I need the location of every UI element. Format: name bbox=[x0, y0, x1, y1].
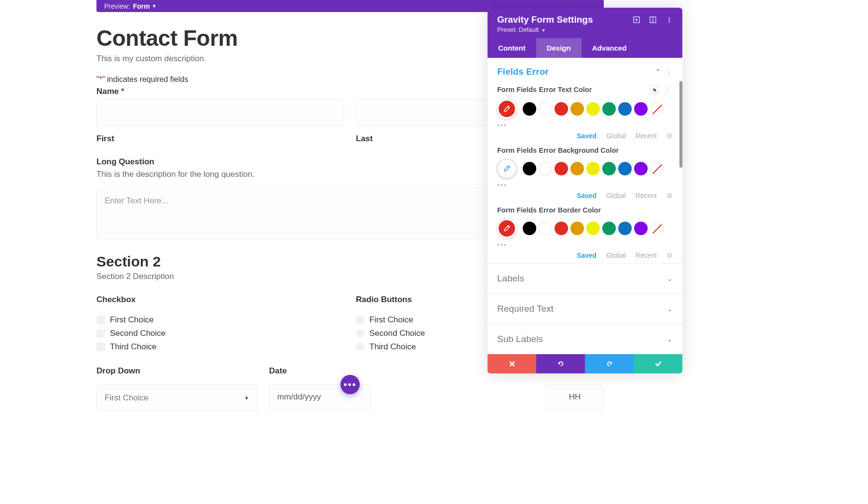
color-swatch-orange[interactable] bbox=[570, 102, 584, 116]
snap-icon[interactable] bbox=[633, 16, 640, 23]
undo-button[interactable] bbox=[536, 354, 585, 373]
checkbox-item[interactable]: Third Choice bbox=[96, 342, 344, 352]
checkbox-item[interactable]: First Choice bbox=[96, 315, 344, 325]
color-swatch-green[interactable] bbox=[602, 162, 616, 175]
redo-button[interactable] bbox=[585, 354, 634, 373]
checkbox-icon[interactable] bbox=[96, 316, 105, 324]
color-swatch-black[interactable] bbox=[523, 162, 536, 175]
palette-tab-global[interactable]: Global bbox=[606, 252, 625, 259]
panel-header: Gravity Form Settings Preset: Default ▼ bbox=[488, 8, 682, 38]
preview-value: Form bbox=[133, 2, 150, 10]
more-swatches-icon[interactable]: ••• bbox=[497, 121, 673, 129]
preview-label: Preview: bbox=[104, 2, 130, 10]
tab-content[interactable]: Content bbox=[488, 38, 536, 58]
color-swatch-blue[interactable] bbox=[618, 102, 632, 116]
first-name-input[interactable] bbox=[96, 99, 344, 126]
color-swatch-red[interactable] bbox=[555, 102, 568, 116]
cancel-button[interactable] bbox=[488, 354, 536, 373]
svg-point-4 bbox=[669, 17, 670, 19]
color-swatch-white[interactable] bbox=[539, 102, 552, 116]
checkbox-icon[interactable] bbox=[96, 329, 105, 338]
kebab-icon[interactable] bbox=[666, 16, 673, 23]
color-swatch-green[interactable] bbox=[602, 102, 616, 116]
group-fields-error[interactable]: Fields Error ⌃ ⋮ bbox=[488, 58, 682, 82]
radio-icon[interactable] bbox=[356, 343, 365, 351]
preset-dropdown[interactable]: Preset: Default ▼ bbox=[497, 26, 673, 33]
gear-icon[interactable]: ⚙ bbox=[666, 132, 673, 140]
time-input[interactable]: HH bbox=[546, 385, 604, 410]
color-picker-button[interactable] bbox=[497, 219, 516, 238]
palette-tab-global[interactable]: Global bbox=[606, 132, 625, 140]
more-swatches-icon[interactable]: ••• bbox=[497, 241, 673, 249]
svg-point-1 bbox=[636, 19, 637, 21]
gear-icon[interactable]: ⚙ bbox=[666, 192, 673, 199]
radio-icon[interactable] bbox=[356, 316, 365, 324]
accordion-required-text[interactable]: Required Text ⌄ bbox=[488, 293, 682, 324]
accordion-labels[interactable]: Labels ⌄ bbox=[488, 263, 682, 293]
scrollbar-thumb[interactable] bbox=[679, 81, 682, 168]
color-setting-bg: Form Fields Error Background Color bbox=[488, 144, 682, 203]
color-swatch-green[interactable] bbox=[602, 222, 616, 235]
hover-toggle-icon[interactable] bbox=[651, 85, 659, 94]
color-label: Form Fields Error Text Color bbox=[497, 86, 651, 93]
color-swatch-black[interactable] bbox=[523, 102, 536, 116]
color-swatch-yellow[interactable] bbox=[586, 162, 600, 175]
chevron-down-icon: ⌄ bbox=[667, 275, 673, 282]
color-swatch-blue[interactable] bbox=[618, 162, 632, 175]
palette-tab-saved[interactable]: Saved bbox=[577, 132, 597, 140]
tab-advanced[interactable]: Advanced bbox=[582, 38, 637, 58]
palette-tab-saved[interactable]: Saved bbox=[577, 192, 597, 199]
color-swatch-red[interactable] bbox=[555, 162, 568, 175]
color-label: Form Fields Error Border Color bbox=[497, 206, 673, 214]
dropdown-label: Drop Down bbox=[96, 366, 258, 376]
panel-body: Fields Error ⌃ ⋮ Form Fields Error Text … bbox=[488, 58, 682, 354]
checkbox-icon[interactable] bbox=[96, 343, 105, 351]
color-picker-button[interactable] bbox=[497, 159, 516, 178]
accordion-sub-labels[interactable]: Sub Labels ⌄ bbox=[488, 324, 682, 354]
color-swatch-purple[interactable] bbox=[634, 162, 648, 175]
radio-icon[interactable] bbox=[356, 329, 365, 338]
color-swatch-blue[interactable] bbox=[618, 222, 632, 235]
asterisk-icon: * bbox=[121, 87, 124, 96]
color-swatch-purple[interactable] bbox=[634, 222, 648, 235]
color-swatch-orange[interactable] bbox=[570, 222, 584, 235]
palette-tab-saved[interactable]: Saved bbox=[577, 252, 597, 259]
color-label: Form Fields Error Background Color bbox=[497, 146, 673, 154]
color-swatch-black[interactable] bbox=[523, 222, 536, 235]
color-picker-button[interactable] bbox=[497, 99, 516, 119]
svg-point-6 bbox=[669, 21, 670, 23]
color-swatch-yellow[interactable] bbox=[586, 102, 600, 116]
color-swatch-transparent[interactable] bbox=[650, 162, 664, 175]
date-label: Date bbox=[269, 366, 370, 376]
color-swatch-orange[interactable] bbox=[570, 162, 584, 175]
kebab-icon[interactable]: ⋮ bbox=[665, 67, 673, 77]
palette-tab-recent[interactable]: Recent bbox=[636, 192, 657, 199]
chevron-down-icon: ⌄ bbox=[667, 305, 673, 313]
first-sublabel: First bbox=[96, 134, 344, 144]
more-options-fab[interactable]: ••• bbox=[340, 375, 360, 394]
gear-icon[interactable]: ⚙ bbox=[666, 252, 673, 259]
chevron-up-icon[interactable]: ⌃ bbox=[655, 67, 661, 77]
kebab-icon[interactable]: ⋮ bbox=[662, 85, 673, 94]
checkbox-item[interactable]: Second Choice bbox=[96, 329, 344, 338]
color-swatch-white[interactable] bbox=[539, 162, 552, 175]
tab-design[interactable]: Design bbox=[536, 38, 582, 58]
settings-panel: Gravity Form Settings Preset: Default ▼ … bbox=[488, 8, 682, 373]
dropdown-select[interactable]: First Choice ▼ bbox=[96, 385, 258, 411]
color-swatch-white[interactable] bbox=[539, 222, 552, 235]
palette-tab-global[interactable]: Global bbox=[606, 192, 625, 199]
save-button[interactable] bbox=[634, 354, 682, 373]
color-swatch-transparent[interactable] bbox=[650, 102, 664, 116]
panel-footer bbox=[488, 354, 682, 373]
ellipsis-icon: ••• bbox=[343, 379, 356, 390]
color-swatch-purple[interactable] bbox=[634, 102, 648, 116]
palette-tab-recent[interactable]: Recent bbox=[636, 132, 657, 140]
color-swatch-transparent[interactable] bbox=[650, 222, 664, 235]
palette-tab-recent[interactable]: Recent bbox=[636, 252, 657, 259]
more-swatches-icon[interactable]: ••• bbox=[497, 181, 673, 189]
chevron-down-icon: ▼ bbox=[152, 3, 157, 9]
color-swatch-red[interactable] bbox=[555, 222, 568, 235]
color-setting-text: Form Fields Error Text Color ⋮ bbox=[488, 82, 682, 144]
color-swatch-yellow[interactable] bbox=[586, 222, 600, 235]
expand-icon[interactable] bbox=[650, 16, 656, 23]
